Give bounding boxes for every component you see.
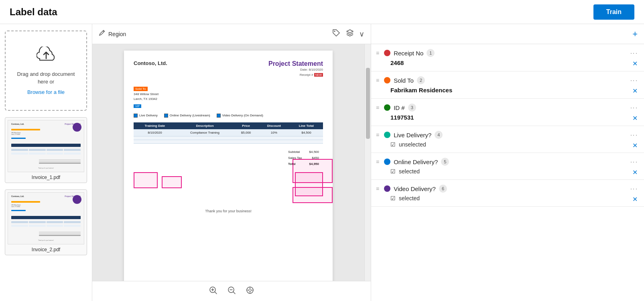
vip-badge: VIP — [134, 104, 141, 108]
sold-to-label: Sold To — [134, 87, 148, 91]
more-options-button[interactable]: ⋮ — [630, 50, 638, 56]
label-color-dot — [384, 104, 390, 111]
remove-label-button[interactable]: ✕ — [632, 169, 638, 176]
labels-list: ≡ Receipt No 1 ⋮ 2468 ✕ ≡ Sold To 2 — [371, 44, 644, 207]
cell-date: 8/10/2020 — [134, 129, 176, 136]
remove-label-button[interactable]: ✕ — [632, 142, 638, 149]
table-row-empty2 — [134, 140, 323, 143]
upload-zone[interactable]: Drag and drop document here or Browse fo… — [5, 31, 87, 111]
checkbox-value: unselected — [399, 141, 426, 148]
tag-icon[interactable] — [332, 28, 341, 39]
cell-discount: 10% — [258, 129, 290, 136]
region-tool[interactable]: Region — [99, 30, 126, 38]
label-value: 2468 — [390, 59, 404, 66]
center-toolbar: Region ∨ — [92, 24, 371, 44]
remove-label-button[interactable]: ✕ — [632, 195, 638, 203]
label-number: 6 — [439, 185, 447, 193]
date-label: Date: — [300, 68, 308, 71]
checkbox-icon: ☑ — [390, 195, 396, 201]
svg-point-4 — [249, 289, 251, 291]
label-color-dot — [384, 50, 390, 56]
drag-handle[interactable]: ≡ — [376, 185, 379, 192]
zoom-out-button[interactable] — [227, 286, 236, 297]
tax-label: Sales Tax — [285, 155, 305, 161]
remove-label-button[interactable]: ✕ — [632, 114, 638, 122]
checkbox-value: selected — [399, 168, 420, 175]
receipt-badge: NEW — [314, 73, 323, 77]
drag-handle[interactable]: ≡ — [376, 104, 379, 111]
upload-cloud-icon — [37, 47, 56, 67]
doc-logo: Contoso, Ltd. — [134, 60, 167, 78]
more-options-button[interactable]: ⋮ — [630, 77, 638, 83]
cell-desc: Compliance Training — [176, 129, 234, 136]
video-label: Video Delivery (On Demand) — [222, 114, 263, 117]
checkbox-row: ☑ selected — [390, 168, 420, 175]
label-color-dot — [384, 185, 390, 192]
checkbox-icon: ☑ — [390, 141, 396, 148]
doc-sold-to: Sold To 348 Willow StreetLarch, TX 19342… — [134, 84, 323, 109]
add-label-button[interactable]: + — [632, 29, 638, 39]
zoom-in-button[interactable] — [209, 286, 217, 297]
remove-label-button[interactable]: ✕ — [632, 60, 638, 67]
doc-meta: Date: 8/10/2020 Receipt # NEW — [268, 67, 323, 78]
drag-handle[interactable]: ≡ — [376, 50, 379, 56]
receipt-label: Receipt # — [300, 73, 313, 77]
center-bottom-toolbar — [92, 281, 371, 301]
sel-box-bottom-2 — [162, 176, 182, 188]
label-actions: ⋮ — [630, 50, 638, 56]
doc-page: Contoso, Ltd. Project Statement Date: 8/… — [124, 51, 333, 281]
label-header: ≡ Video Delivery? 6 ⋮ — [376, 185, 638, 193]
more-options-button[interactable]: ⋮ — [630, 185, 638, 192]
online-label: Online Delivery (Livestream) — [170, 114, 210, 117]
doc-footer: Thank you for your business! — [134, 209, 323, 213]
checkbox-row: ☑ unselected — [390, 141, 426, 148]
tax-val: $450 — [306, 155, 322, 161]
label-name: Receipt No — [394, 50, 423, 57]
col-header-discount: Discount — [258, 122, 290, 129]
subtotal-label: Subtotal — [285, 149, 305, 155]
checkbox-icon: ☑ — [390, 168, 396, 175]
drag-handle[interactable]: ≡ — [376, 77, 379, 83]
doc-table: Training Date Description Price Discount… — [134, 122, 323, 144]
drag-handle[interactable]: ≡ — [376, 159, 379, 165]
label-item: ≡ Receipt No 1 ⋮ 2468 ✕ — [371, 44, 644, 71]
more-options-button[interactable]: ⋮ — [630, 132, 638, 138]
scroll-thumb[interactable] — [366, 68, 370, 139]
checkbox-value: selected — [399, 195, 420, 201]
cell-linetotal: $4,500 — [290, 129, 323, 136]
upload-text: Drag and drop document here or — [12, 70, 80, 86]
label-header: ≡ Sold To 2 ⋮ — [376, 76, 638, 84]
online-checkbox — [164, 114, 168, 118]
drag-handle[interactable]: ≡ — [376, 132, 379, 138]
remove-label-button[interactable]: ✕ — [632, 87, 638, 95]
label-number: 3 — [408, 104, 416, 112]
file-thumb-2[interactable]: Contoso, Ltd. Project Statement 348 Will… — [5, 189, 87, 255]
label-name: ID # — [394, 104, 405, 111]
file-badge-1 — [73, 123, 81, 132]
live-label: Live Delivery — [139, 114, 158, 117]
train-button[interactable]: Train — [593, 4, 634, 20]
doc-viewer: Contoso, Ltd. Project Statement Date: 8/… — [92, 44, 364, 281]
fit-page-button[interactable] — [246, 286, 254, 297]
col-header-desc: Description — [176, 122, 234, 129]
more-options-button[interactable]: ⋮ — [630, 104, 638, 111]
subtotal-val: $4,500 — [306, 149, 322, 155]
label-item: ≡ Video Delivery? 6 ⋮ ☑ selected ✕ — [371, 180, 644, 207]
table-row: 8/10/2020 Compliance Training $5,000 10%… — [134, 129, 323, 136]
label-actions: ⋮ — [630, 104, 638, 111]
label-number: 4 — [435, 131, 443, 139]
label-name: Online Delivery? — [394, 159, 438, 165]
scrollbar[interactable] — [364, 44, 371, 281]
region-label: Region — [108, 31, 126, 37]
label-number: 5 — [441, 158, 449, 166]
more-options-button[interactable]: ⋮ — [630, 159, 638, 165]
browse-link[interactable]: Browse for a file — [27, 89, 65, 95]
layers-icon[interactable] — [345, 28, 354, 39]
label-name: Video Delivery? — [394, 185, 436, 192]
file-thumb-1[interactable]: Contoso, Ltd. Project Statement 348 Will… — [5, 117, 87, 183]
live-delivery-item: Live Delivery — [134, 114, 158, 118]
col-header-price: Price — [234, 122, 258, 129]
video-checkbox — [217, 114, 221, 118]
chevron-down-icon[interactable]: ∨ — [359, 30, 364, 39]
center-panel: Region ∨ — [92, 24, 371, 301]
